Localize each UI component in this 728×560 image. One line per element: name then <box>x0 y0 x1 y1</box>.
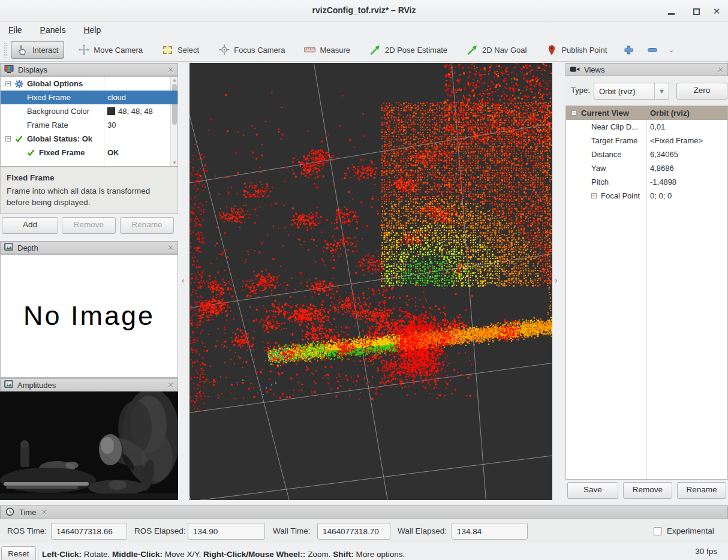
time-field-value[interactable]: 134.90 <box>188 523 265 540</box>
tree-row-focal-point[interactable]: +Focal Point0; 0; 0 <box>566 189 727 203</box>
tree-row-fixed-frame[interactable]: Fixed Framecloud <box>1 91 178 104</box>
time-close-icon[interactable]: ✕ <box>41 508 47 516</box>
amplitudes-close-icon[interactable]: ✕ <box>167 381 174 389</box>
views-panel-header[interactable]: Views ✕ <box>565 63 728 76</box>
time-field-value[interactable]: 1464077318.70 <box>317 523 390 540</box>
maximize-button[interactable] <box>690 5 703 18</box>
window-title: rvizConfig_tof.rviz* – RViz <box>0 5 728 15</box>
amplitudes-panel-title: Amplitudes <box>17 381 163 390</box>
tree-row-frame-rate[interactable]: Frame Rate30 <box>1 118 178 132</box>
left-splitter-collapse-handle[interactable]: ‹ <box>182 276 184 285</box>
tree-row-value[interactable]: 0; 0; 0 <box>650 191 672 200</box>
right-splitter-collapse-handle[interactable]: › <box>555 276 557 285</box>
expand-expander-icon[interactable]: + <box>591 193 597 198</box>
chevron-down-icon: ▼ <box>654 83 669 99</box>
tree-row-fixed-frame[interactable]: Fixed FrameOK <box>1 146 178 159</box>
tree-row-value[interactable]: Orbit (rviz) <box>650 109 690 118</box>
rename-button[interactable]: Rename <box>677 482 726 499</box>
pointcloud-canvas[interactable] <box>189 63 552 500</box>
views-tree: −Current ViewOrbit (rviz)Near Clip D...0… <box>565 106 728 480</box>
displays-panel-title: Displays <box>18 65 163 74</box>
views-close-icon[interactable]: ✕ <box>717 66 724 74</box>
description-title: Fixed Frame <box>7 172 172 184</box>
tree-row-label: Fixed Frame <box>27 93 71 102</box>
tool-focus-camera[interactable]: Focus Camera <box>213 41 290 58</box>
experimental-label: Experimental <box>667 526 714 535</box>
interact-icon <box>17 44 28 55</box>
toolbar-drag-handle[interactable] <box>4 42 7 58</box>
tree-row-value[interactable]: OK <box>107 148 119 157</box>
tree-row-value[interactable]: cloud <box>107 93 126 102</box>
3d-viewport[interactable] <box>189 63 552 500</box>
tool-select[interactable]: Select <box>157 41 204 58</box>
collapse-expander-icon[interactable]: − <box>571 110 577 116</box>
add-tool-button[interactable] <box>624 46 633 55</box>
rename-button[interactable]: Rename <box>120 217 174 234</box>
tree-row-value[interactable]: -1,4898 <box>650 177 676 186</box>
focus-camera-icon <box>218 44 230 55</box>
tree-row-label: Background Color <box>27 107 89 116</box>
tree-row-label: Near Clip D... <box>591 122 638 131</box>
depth-close-icon[interactable]: ✕ <box>167 244 174 252</box>
close-button[interactable]: ✕ <box>710 5 723 18</box>
tool-move-camera[interactable]: Move Camera <box>73 41 148 58</box>
tree-row-yaw[interactable]: Yaw4,8686 <box>566 161 727 175</box>
experimental-checkbox[interactable] <box>654 527 662 535</box>
menu-item-file[interactable]: File <box>8 25 22 35</box>
tree-row-global-options[interactable]: −Global Options <box>1 77 178 91</box>
displays-close-icon[interactable]: ✕ <box>167 66 174 74</box>
view-type-combobox[interactable]: Orbit (rviz) ▼ <box>594 83 669 100</box>
tree-row-global-status-ok[interactable]: −Global Status: Ok <box>1 132 178 146</box>
check-icon <box>27 149 35 158</box>
remove-tool-button[interactable] <box>648 48 657 52</box>
tree-row-value[interactable]: <Fixed Frame> <box>650 136 703 145</box>
views-panel-title: Views <box>584 65 713 74</box>
tree-row-pitch[interactable]: Pitch-1,4898 <box>566 175 727 189</box>
remove-button[interactable]: Remove <box>623 482 672 499</box>
tool-measure[interactable]: Measure <box>299 41 356 58</box>
depth-image-view: No Image <box>0 254 178 378</box>
time-field-value[interactable]: 1464077318.66 <box>51 523 127 540</box>
amplitudes-grayscale-image <box>0 392 178 500</box>
time-field-value[interactable]: 134.84 <box>452 523 528 540</box>
amplitudes-panel-header[interactable]: Amplitudes ✕ <box>0 378 178 392</box>
tool-interact[interactable]: Interact <box>11 41 64 59</box>
tree-row-value[interactable]: 0,01 <box>650 122 665 131</box>
tree-row-current-view[interactable]: −Current ViewOrbit (rviz) <box>566 106 727 120</box>
save-button[interactable]: Save <box>567 482 618 499</box>
displays-panel-header[interactable]: Displays ✕ <box>0 63 178 76</box>
titlebar: rvizConfig_tof.rviz* – RViz ✕ <box>0 0 728 22</box>
tree-row-target-frame[interactable]: Target Frame<Fixed Frame> <box>566 134 727 147</box>
tree-row-near-clip-d-[interactable]: Near Clip D...0,01 <box>566 120 727 134</box>
move-camera-icon <box>78 44 89 55</box>
zero-button[interactable]: Zero <box>676 83 727 100</box>
description-body: Frame into which all data is transformed… <box>7 185 172 209</box>
tree-row-value[interactable]: 6,34065 <box>650 150 678 159</box>
tool-publish-point[interactable]: Publish Point <box>540 41 612 58</box>
time-panel-header[interactable]: Time ✕ <box>0 505 728 519</box>
toolbar-overflow-chevron-icon[interactable]: ⌄ <box>668 46 674 54</box>
menu-item-panels[interactable]: Panels <box>40 25 66 35</box>
views-type-row: Type: Orbit (rviz) ▼ Zero <box>565 76 728 106</box>
depth-panel-header[interactable]: Depth ✕ <box>0 241 178 254</box>
tree-row-value[interactable]: 48; 48; 48 <box>107 107 153 116</box>
tool-2d-pose-estimate[interactable]: 2D Pose Estimate <box>364 41 453 58</box>
tree-row-distance[interactable]: Distance6,34065 <box>566 147 727 161</box>
tree-row-label: Global Options <box>27 79 83 88</box>
reset-button[interactable]: Reset <box>1 546 36 560</box>
tree-row-value[interactable]: 30 <box>107 121 116 130</box>
tree-row-value[interactable]: 4,8686 <box>650 164 674 173</box>
tree-row-background-color[interactable]: Background Color48; 48; 48 <box>1 104 178 118</box>
minimize-button[interactable] <box>664 5 678 18</box>
collapse-expander-icon[interactable]: − <box>5 81 11 86</box>
tool-2d-nav-goal[interactable]: 2D Nav Goal <box>461 41 532 58</box>
tree-row-label: Pitch <box>591 177 609 186</box>
pose-estimate-icon <box>369 44 381 55</box>
menu-item-help[interactable]: Help <box>83 25 101 35</box>
remove-button[interactable]: Remove <box>62 217 116 234</box>
check-icon <box>15 135 23 144</box>
tree-row-label: Current View <box>581 109 629 118</box>
collapse-expander-icon[interactable]: − <box>5 136 11 141</box>
add-button[interactable]: Add <box>2 217 58 234</box>
nav-goal-icon <box>467 44 478 55</box>
